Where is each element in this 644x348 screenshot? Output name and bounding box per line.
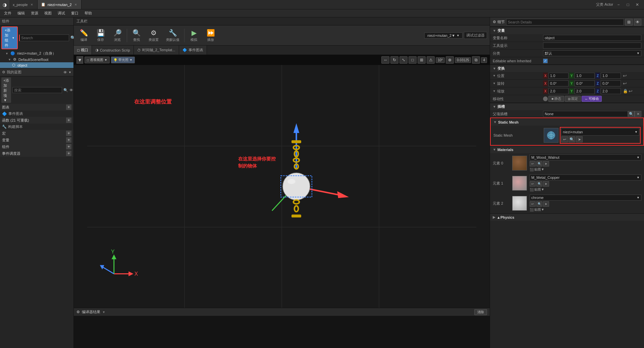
tab-viewport[interactable]: □ 视口 xyxy=(74,46,92,55)
chevron-down-icon[interactable]: ▼ xyxy=(68,71,71,74)
simulate-button[interactable]: ▶ 模拟 xyxy=(186,27,201,44)
component-row-object[interactable]: ⬡ object xyxy=(0,62,73,68)
component-search-input[interactable] xyxy=(19,34,69,41)
construction-script-item[interactable]: 🔧 构建脚本 xyxy=(0,124,73,130)
mesh-search-button[interactable]: 🔍 xyxy=(569,136,575,142)
details-search-input[interactable] xyxy=(506,19,624,25)
graph-section-header[interactable]: 图表 + xyxy=(0,104,73,111)
mat-0-search-button[interactable]: 🔍 xyxy=(536,161,542,166)
warning-icon[interactable]: ⚠ xyxy=(427,56,435,64)
menu-file[interactable]: 文件 xyxy=(1,10,14,16)
location-z-input[interactable] xyxy=(601,73,621,79)
variables-add-button[interactable]: + xyxy=(66,137,71,143)
scale-z-input[interactable] xyxy=(601,88,621,94)
class-defaults-button[interactable]: 🔧 类默认值 xyxy=(163,27,182,44)
tooltip-input[interactable] xyxy=(543,43,641,49)
category-dropdown[interactable]: 默认 ▼ xyxy=(543,50,641,56)
details-grid-icon[interactable]: ⊞ xyxy=(625,19,633,25)
mat-1-reset-button[interactable]: ↩ xyxy=(530,181,536,187)
mobility-movable-button[interactable]: ↔ 可移动 xyxy=(582,96,602,102)
details-eye-icon[interactable]: 👁 xyxy=(634,19,641,25)
menu-edit[interactable]: 编辑 xyxy=(15,10,28,16)
component-row-default[interactable]: ▼ ⚙ DefaultSceneRoot xyxy=(0,57,73,62)
material-2-dropdown[interactable]: chrome ▼ xyxy=(530,195,641,201)
browse-button[interactable]: 🔎 浏览 xyxy=(110,27,125,44)
material-2-paste-button[interactable]: ⬛ 贴图▼ xyxy=(530,207,641,212)
variables-section[interactable]: ▼ 变量 xyxy=(490,27,644,34)
grid-icon[interactable]: ⊞ xyxy=(418,56,426,64)
static-mesh-section-header[interactable]: ▼ Static Mesh xyxy=(491,118,643,126)
lighting-button[interactable]: 💡 带光照 ▼ xyxy=(111,57,135,63)
component-row-niezi[interactable]: ▼ 🔵 niezi+mutan_2（自身） xyxy=(0,50,73,57)
variables-section-header[interactable]: 变量 + xyxy=(0,137,73,143)
perspective-view-button[interactable]: □ 透视视图 ▼ xyxy=(85,57,110,63)
location-x-input[interactable] xyxy=(548,73,569,79)
mat-1-search-button[interactable]: 🔍 xyxy=(536,181,542,187)
snap-size[interactable]: 0.03125 xyxy=(455,57,471,63)
class-settings-button[interactable]: ⚙ 类设置 xyxy=(146,27,161,44)
eye-icon[interactable]: 👁 xyxy=(63,70,67,74)
mesh-nav-button[interactable]: ➤ xyxy=(576,136,583,142)
location-y-input[interactable] xyxy=(575,73,595,79)
functions-section-header[interactable]: 函数 (21 可重载) + xyxy=(0,117,73,124)
add-new-button[interactable]: +添加新项▼ xyxy=(1,77,11,103)
rotate-icon[interactable]: ↻ xyxy=(390,56,398,64)
clear-button[interactable]: 清除 xyxy=(474,309,487,315)
materials-section[interactable]: ▼ Materials xyxy=(490,146,644,153)
material-1-paste-button[interactable]: ⬛ 贴图▼ xyxy=(530,187,641,192)
editable-checkbox[interactable]: ✓ xyxy=(543,59,548,63)
close-x-people-icon[interactable]: ✕ xyxy=(30,3,34,7)
minimize-button[interactable]: − xyxy=(614,1,623,8)
camera-speed[interactable]: 4 xyxy=(481,57,487,63)
macros-add-button[interactable]: + xyxy=(66,131,71,136)
parent-socket-clear-button[interactable]: ✕ xyxy=(635,111,641,117)
menu-view[interactable]: 视图 xyxy=(42,10,54,16)
scale-lock-icon[interactable]: 🔒 xyxy=(623,89,628,93)
eye-toggle-icon[interactable]: 👁 xyxy=(69,88,73,92)
snap-icon[interactable]: ⊕ xyxy=(446,56,454,64)
material-0-paste-button[interactable]: ⬛ 贴图▼ xyxy=(530,167,641,172)
parent-socket-search-button[interactable]: 🔍 xyxy=(628,111,635,117)
menu-debug[interactable]: 调试 xyxy=(55,10,68,16)
close-niezi-mutan-icon[interactable]: ✕ xyxy=(74,3,78,7)
rotation-z-input[interactable] xyxy=(601,80,621,86)
graph-add-button[interactable]: + xyxy=(66,105,71,110)
compile-button[interactable]: ✏️ 编译 xyxy=(76,27,91,44)
static-mesh-dropdown[interactable]: niezi+mutan ▼ xyxy=(561,128,639,136)
mobility-fixed-button[interactable]: ⊞ 固定 xyxy=(565,96,581,102)
mat-1-nav-button[interactable]: ➤ xyxy=(543,181,549,187)
mat-2-reset-button[interactable]: ↩ xyxy=(530,201,536,207)
scale-y-input[interactable] xyxy=(575,88,595,94)
add-component-button[interactable]: +添加组件 ▼ xyxy=(1,26,18,49)
viewport-menu-button[interactable]: ▼ xyxy=(76,56,83,64)
scale-reset-icon[interactable]: ↩ xyxy=(629,88,633,94)
menu-assets[interactable]: 资源 xyxy=(28,10,41,16)
blueprint-search-input[interactable] xyxy=(12,87,62,93)
var-name-input[interactable] xyxy=(543,35,641,41)
find-button[interactable]: 🔍 查找 xyxy=(129,27,144,44)
debug-filter-dropdown[interactable]: niezi+mutan_2▼ ▼ xyxy=(424,32,463,39)
material-0-dropdown[interactable]: M_Wood_Walnut ▼ xyxy=(530,154,641,160)
mesh-reset-button[interactable]: ↩ xyxy=(561,136,568,142)
functions-add-button[interactable]: + xyxy=(66,118,71,123)
snap-angle[interactable]: 10° xyxy=(436,57,445,63)
components-add-button[interactable]: + xyxy=(66,144,71,149)
rotation-x-input[interactable] xyxy=(548,80,569,86)
location-reset-icon[interactable]: ↩ xyxy=(623,73,627,78)
parent-socket-input[interactable] xyxy=(543,111,628,117)
menu-window[interactable]: 窗口 xyxy=(68,10,81,16)
rotation-reset-icon[interactable]: ↩ xyxy=(623,81,627,86)
sockets-section[interactable]: ▼ 插槽 xyxy=(490,103,644,110)
save-button[interactable]: 💾 保存 xyxy=(93,27,108,44)
physics-section[interactable]: ▶ ▲Physics xyxy=(490,213,644,221)
material-1-dropdown[interactable]: M_Metal_Copper ▼ xyxy=(530,175,641,181)
mat-2-nav-button[interactable]: ➤ xyxy=(543,201,549,207)
tab-niezi-mutan[interactable]: 📋 niezi+mutan_2 ✕ xyxy=(38,0,82,9)
mat-2-search-button[interactable]: 🔍 xyxy=(536,201,542,207)
mobility-static-button[interactable]: ■ 静态 xyxy=(548,96,564,102)
debug-search-button[interactable]: 调试过滤器 xyxy=(464,32,487,39)
scale-x-input[interactable] xyxy=(548,88,569,94)
tab-construction[interactable]: ◑ Construction Scrip xyxy=(92,46,134,55)
menu-help[interactable]: 帮助 xyxy=(82,10,95,16)
play-button[interactable]: ⏩ 插放 xyxy=(203,27,218,44)
